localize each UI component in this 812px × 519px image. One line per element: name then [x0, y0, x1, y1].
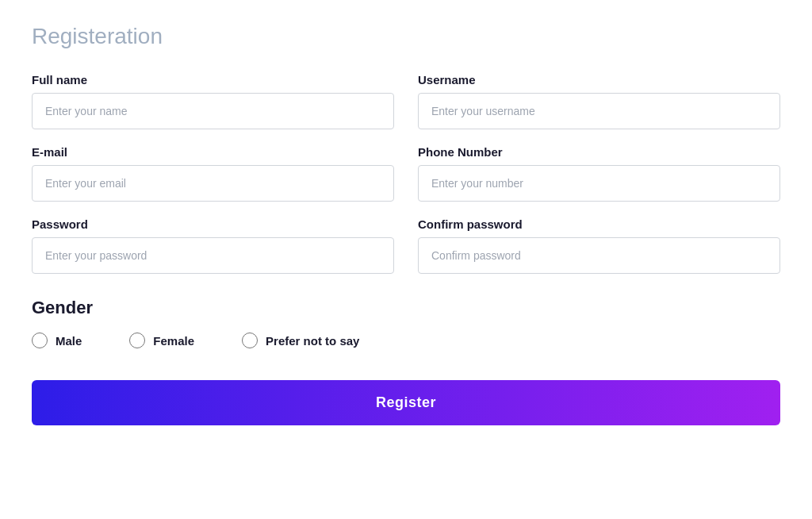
- gender-title: Gender: [32, 298, 780, 318]
- email-input[interactable]: [32, 165, 394, 202]
- gender-female-option[interactable]: Female: [129, 333, 194, 348]
- full-name-input[interactable]: [32, 93, 394, 129]
- confirm-password-group: Confirm password: [418, 217, 780, 274]
- username-input[interactable]: [418, 93, 780, 129]
- username-label: Username: [418, 73, 780, 86]
- form-grid: Full name Username E-mail Phone Number P…: [32, 73, 780, 274]
- gender-prefer-not-label: Prefer not to say: [266, 334, 359, 348]
- gender-prefer-not-radio[interactable]: [242, 333, 258, 348]
- confirm-password-label: Confirm password: [418, 217, 780, 231]
- gender-options: Male Female Prefer not to say: [32, 333, 780, 348]
- full-name-label: Full name: [32, 73, 394, 86]
- phone-input[interactable]: [418, 165, 780, 202]
- password-group: Password: [32, 217, 394, 274]
- gender-section: Gender Male Female Prefer not to say: [32, 298, 780, 348]
- password-input[interactable]: [32, 237, 394, 274]
- confirm-password-input[interactable]: [418, 237, 780, 274]
- gender-female-label: Female: [153, 334, 194, 348]
- gender-prefer-not-option[interactable]: Prefer not to say: [242, 333, 359, 348]
- email-group: E-mail: [32, 145, 394, 202]
- email-label: E-mail: [32, 145, 394, 159]
- gender-male-label: Male: [56, 334, 82, 348]
- username-group: Username: [418, 73, 780, 129]
- register-button[interactable]: Register: [32, 380, 780, 425]
- page-container: Registeration Full name Username E-mail …: [0, 0, 812, 519]
- full-name-group: Full name: [32, 73, 394, 129]
- password-label: Password: [32, 217, 394, 231]
- gender-male-radio[interactable]: [32, 333, 48, 348]
- phone-label: Phone Number: [418, 145, 780, 159]
- page-title: Registeration: [32, 24, 780, 49]
- gender-female-radio[interactable]: [129, 333, 145, 348]
- gender-male-option[interactable]: Male: [32, 333, 82, 348]
- phone-group: Phone Number: [418, 145, 780, 202]
